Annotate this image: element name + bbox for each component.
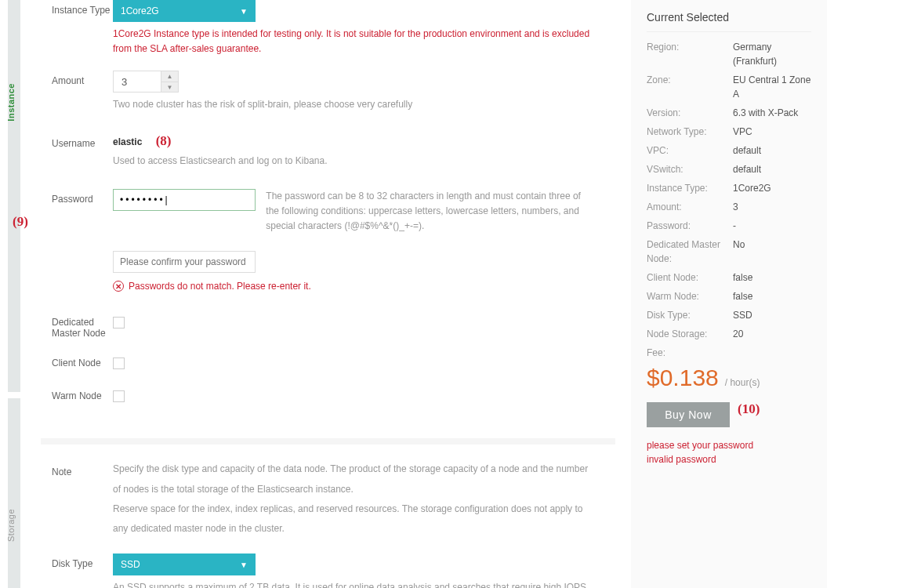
client-node-label: Client Node (52, 353, 113, 368)
dedicated-master-label: Dedicated Master Node (52, 312, 113, 339)
chevron-down-icon: ▼ (240, 561, 248, 569)
kv-version-k: Version: (647, 106, 733, 120)
disk-type-value: SSD (121, 559, 140, 570)
password-input[interactable] (113, 189, 256, 211)
instance-panel: Instance Type 1Core2G ▼ 1Core2G Instance… (41, 0, 615, 430)
stepper-up-icon[interactable]: ▲ (161, 71, 178, 82)
client-node-checkbox[interactable] (113, 358, 125, 369)
password-rule: The password can be 8 to 32 characters i… (266, 189, 595, 234)
annotation-10: (10) (738, 401, 760, 417)
amount-help: Two node cluster has the risk of split-b… (113, 97, 604, 112)
fee-amount: $0.138 (647, 365, 719, 391)
annotation-8: (8) (156, 133, 172, 148)
username-help: Used to access Elasticsearch and log on … (113, 154, 604, 169)
note-line-2: of nodes is the total storage of the Ela… (113, 482, 604, 497)
kv-warm-v: false (733, 289, 811, 303)
kv-itype-k: Instance Type: (647, 181, 733, 195)
instance-type-label: Instance Type (52, 0, 113, 16)
kv-amount-v: 3 (733, 200, 811, 214)
sidebar-error-1: please set your password (647, 438, 811, 452)
kv-password-k: Password: (647, 219, 733, 233)
confirm-password-input[interactable] (113, 251, 256, 273)
sidebar-title: Current Selected (647, 11, 811, 24)
kv-region-k: Region: (647, 40, 733, 68)
disk-type-select[interactable]: SSD ▼ (113, 554, 256, 575)
kv-version-v: 6.3 with X-Pack (733, 106, 811, 120)
storage-panel: Note Specify the disk type and capacity … (41, 438, 615, 588)
note-line-4: any dedicated master node in the cluster… (113, 521, 604, 536)
chevron-down-icon: ▼ (240, 7, 248, 16)
kv-dtype-v: SSD (733, 308, 811, 322)
amount-label: Amount (52, 71, 113, 86)
error-icon: ✕ (113, 281, 124, 292)
kv-amount-k: Amount: (647, 200, 733, 214)
kv-vpc-k: VPC: (647, 143, 733, 158)
password-error-text: Passwords do not match. Please re-enter … (129, 281, 311, 292)
amount-stepper[interactable]: ▲ ▼ (113, 71, 179, 93)
instance-type-value: 1Core2G (121, 5, 159, 16)
kv-vpc-v: default (733, 143, 811, 158)
kv-vswitch-v: default (733, 162, 811, 176)
password-label: Password (52, 189, 113, 205)
note-label: Note (52, 462, 113, 477)
kv-dmaster-v: No (733, 238, 811, 266)
kv-nstorage-k: Node Storage: (647, 327, 733, 341)
kv-itype-v: 1Core2G (733, 181, 811, 195)
kv-zone-v: EU Central 1 Zone A (733, 73, 811, 101)
kv-client-k: Client Node: (647, 270, 733, 285)
summary-sidebar: Current Selected Region:Germany (Frankfu… (631, 0, 827, 588)
dedicated-master-checkbox[interactable] (113, 317, 125, 328)
kv-zone-k: Zone: (647, 73, 733, 101)
annotation-9: (9) (13, 214, 28, 230)
kv-dmaster-k: Dedicated Master Node: (647, 238, 733, 266)
disk-type-help: An SSD supports a maximum of 2 TB data. … (113, 580, 604, 588)
password-error: ✕ Passwords do not match. Please re-ente… (113, 281, 604, 292)
kv-vswitch-k: VSwitch: (647, 162, 733, 176)
kv-password-v: - (733, 219, 811, 233)
amount-input[interactable] (114, 71, 161, 92)
warm-node-checkbox[interactable] (113, 390, 125, 402)
username-value: elastic (113, 132, 142, 147)
kv-fee-k: Fee: (647, 346, 733, 360)
warm-node-label: Warm Node (52, 386, 113, 401)
rail-storage: Storage (6, 509, 16, 542)
kv-dtype-k: Disk Type: (647, 308, 733, 322)
instance-type-select[interactable]: 1Core2G ▼ (113, 0, 256, 22)
sidebar-error-2: invalid password (647, 452, 811, 466)
instance-type-warning: 1Core2G Instance type is intended for te… (113, 27, 604, 56)
buy-now-button[interactable]: Buy Now (647, 402, 730, 427)
note-line-1: Specify the disk type and capacity of th… (113, 462, 604, 477)
kv-client-v: false (733, 270, 811, 285)
kv-region-v: Germany (Frankfurt) (733, 40, 811, 68)
kv-warm-k: Warm Node: (647, 289, 733, 303)
note-line-3: Reserve space for the index, index repli… (113, 502, 604, 517)
kv-network-v: VPC (733, 125, 811, 139)
fee-unit: / hour(s) (725, 377, 760, 388)
disk-type-label: Disk Type (52, 554, 113, 569)
username-label: Username (52, 133, 113, 149)
rail-instance: Instance (6, 83, 16, 122)
stepper-down-icon[interactable]: ▼ (161, 82, 178, 93)
section-rail: Instance Storage (0, 0, 25, 588)
kv-nstorage-v: 20 (733, 327, 811, 341)
kv-network-k: Network Type: (647, 125, 733, 139)
